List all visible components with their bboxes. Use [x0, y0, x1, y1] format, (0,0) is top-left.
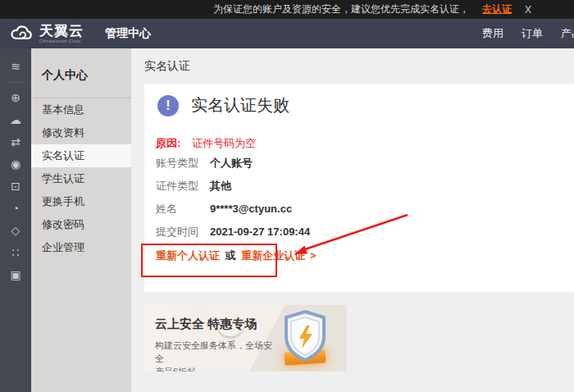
sidebar-item-basic-info[interactable]: 基本信息: [31, 98, 131, 121]
network-icon[interactable]: ⊡: [11, 178, 20, 194]
detail-fields: 账号类型 个人账号 证件类型 其他 姓名 9****3@ctyun.cc 提交时…: [156, 157, 558, 237]
nav-billing[interactable]: 费用: [482, 26, 503, 41]
cloud-icon[interactable]: ☁: [10, 112, 21, 128]
field-submit-time: 提交时间 2021-09-27 17:09:44: [156, 226, 558, 237]
sidebar-item-student-auth[interactable]: 学生认证: [31, 167, 131, 190]
cdn-icon[interactable]: ◔: [12, 200, 19, 217]
sidebar-item-edit-profile[interactable]: 修改资料: [31, 121, 131, 144]
image-service-icon[interactable]: ▣: [10, 267, 20, 283]
result-header: ! 实名认证失败: [156, 94, 558, 116]
compute-icon[interactable]: ⊕: [11, 89, 20, 106]
close-icon[interactable]: X: [525, 4, 531, 16]
field-name: 姓名 9****3@ctyun.cc: [156, 203, 558, 214]
sidebar-title: 个人中心: [31, 48, 131, 98]
notice-bar: 为保证您的账户及资源的安全，建议您优先完成实名认证， 去认证 X: [0, 0, 574, 19]
exclamation-badge-icon: !: [157, 95, 179, 116]
shield-illustration: [273, 308, 335, 371]
navbar: 天翼云 Chinatelecom Cloud 管理中心 费用 订单 产品: [0, 19, 574, 48]
data-transfer-icon[interactable]: ⇄: [11, 134, 20, 150]
layers-icon[interactable]: ≋: [11, 58, 20, 75]
auth-result-card: ! 实名认证失败 原因:证件号码为空 账号类型 个人账号 证件类型 其他 姓名 …: [144, 84, 574, 292]
banner-subtitle-line2: 产品6折起: [155, 367, 196, 371]
go-verify-link[interactable]: 去认证: [482, 2, 512, 16]
brand-name: 天翼云: [39, 24, 84, 38]
result-title: 实名认证失败: [191, 94, 289, 116]
notice-message: 为保证您的账户及资源的安全，建议您优先完成实名认证，: [213, 2, 469, 16]
field-account-type: 账号类型 个人账号: [156, 157, 558, 168]
nav-management-center[interactable]: 管理中心: [105, 26, 151, 41]
cloud-logo-icon: [10, 25, 34, 42]
field-label: 姓名: [156, 203, 210, 214]
security-shield-icon[interactable]: ◇: [11, 222, 20, 239]
banner-subtitle: 构建云安全服务体系，全场安全 产品6折起: [155, 339, 278, 371]
field-label: 证件类型: [156, 180, 210, 191]
security-promo-banner[interactable]: 云上安全 特惠专场 构建云安全服务体系，全场安全 产品6折起: [144, 305, 347, 371]
reason-label: 原因:: [156, 137, 180, 149]
reauth-actions: 重新个人认证 或 重新企业认证 >: [156, 249, 558, 262]
field-label: 提交时间: [156, 226, 210, 237]
field-value: 其他: [210, 180, 231, 191]
nav-products[interactable]: 产品: [561, 26, 574, 41]
retry-enterprise-auth-link[interactable]: 重新企业认证: [241, 249, 305, 262]
nav-orders[interactable]: 订单: [522, 26, 543, 41]
main-content: 实名认证 ! 实名认证失败 原因:证件号码为空 账号类型 个人账号 证件类型 其…: [131, 48, 574, 392]
rail-divider: [7, 82, 25, 83]
sidebar-item-enterprise-mgmt[interactable]: 企业管理: [31, 236, 131, 259]
or-text: 或: [226, 249, 236, 262]
failure-reason: 原因:证件号码为空: [156, 136, 558, 151]
sidebar-item-change-password[interactable]: 修改密码: [31, 213, 131, 236]
chevron-right-icon: >: [310, 249, 317, 262]
sidebar: 个人中心 基本信息 修改资料 实名认证 学生认证 更换手机 修改密码 企业管理: [31, 48, 131, 392]
banner-subtitle-line1: 构建云安全服务体系，全场安全: [155, 340, 272, 363]
cross-connect-icon[interactable]: ∷: [12, 244, 20, 261]
icon-rail: ≋ ⊕ ☁ ⇄ ◉ ⊡ ◔ ◇ ∷ ▣: [0, 48, 31, 392]
field-value: 2021-09-27 17:09:44: [210, 226, 310, 237]
sidebar-item-realname-auth[interactable]: 实名认证: [31, 144, 131, 167]
nav-right-group: 费用 订单 产品: [482, 19, 574, 48]
brand-subtitle: Chinatelecom Cloud: [39, 39, 84, 43]
page-title: 实名认证: [131, 48, 574, 74]
field-id-type: 证件类型 其他: [156, 180, 558, 191]
reason-value: 证件号码为空: [192, 137, 256, 149]
banner-title: 云上安全 特惠专场: [155, 317, 257, 332]
sidebar-item-change-phone[interactable]: 更换手机: [31, 190, 131, 213]
container-icon[interactable]: ◉: [11, 156, 20, 172]
retry-personal-auth-link[interactable]: 重新个人认证: [156, 249, 220, 262]
brand-logo[interactable]: 天翼云 Chinatelecom Cloud: [10, 24, 84, 43]
field-value: 9****3@ctyun.cc: [210, 203, 292, 214]
app-window: 为保证您的账户及资源的安全，建议您优先完成实名认证， 去认证 X 天翼云 Chi…: [0, 0, 574, 392]
field-label: 账号类型: [156, 157, 210, 168]
field-value: 个人账号: [210, 157, 253, 168]
